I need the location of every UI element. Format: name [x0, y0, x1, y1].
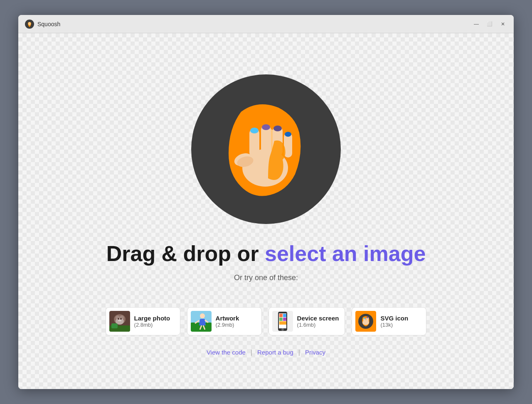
sample-device-size: (1.6mb) — [297, 322, 339, 328]
separator-1: | — [251, 349, 252, 356]
privacy-link[interactable]: Privacy — [305, 349, 325, 356]
sample-art-name: Artwork — [216, 315, 239, 322]
sample-svg-thumb — [355, 311, 376, 332]
sample-photo-size: (2.8mb) — [134, 322, 170, 328]
maximize-button[interactable] — [485, 20, 494, 28]
cta-section: Drag & drop or select an image Or try on… — [106, 241, 426, 293]
cta-static-text: Drag & drop or — [106, 241, 265, 266]
report-bug-link[interactable]: Report a bug — [257, 349, 293, 356]
squoosh-hero-svg — [204, 87, 328, 212]
app-window: Squoosh — [18, 15, 514, 389]
svg-point-9 — [262, 124, 270, 130]
sample-art-thumb — [191, 311, 212, 332]
sample-photo-name: Large photo — [134, 315, 170, 322]
sample-images-row: Large photo (2.8mb) — [106, 307, 427, 335]
sample-svg-info: SVG icon (13k) — [380, 315, 408, 328]
sample-svg-size: (13k) — [380, 322, 408, 328]
app-title: Squoosh — [37, 21, 60, 27]
sample-art-info: Artwork (2.9mb) — [216, 315, 239, 328]
main-content[interactable]: Drag & drop or select an image Or try on… — [18, 33, 514, 389]
select-image-link[interactable]: select an image — [265, 241, 426, 266]
svg-rect-39 — [279, 321, 286, 325]
cta-subtext: Or try one of these: — [106, 273, 426, 282]
app-logo: Squoosh — [25, 20, 60, 29]
titlebar: Squoosh — [18, 15, 514, 33]
minimize-button[interactable] — [472, 20, 480, 28]
svg-rect-35 — [279, 314, 283, 317]
app-logo-icon — [25, 20, 34, 29]
close-button[interactable] — [499, 20, 507, 28]
svg-rect-24 — [111, 323, 118, 328]
sample-large-photo[interactable]: Large photo (2.8mb) — [106, 307, 180, 335]
svg-point-1 — [28, 22, 31, 25]
svg-rect-38 — [283, 318, 286, 321]
svg-point-21 — [120, 318, 122, 320]
sample-artwork[interactable]: Artwork (2.9mb) — [187, 307, 262, 335]
sample-device-screen[interactable]: Device screen (1.6mb) — [268, 307, 345, 335]
sample-device-info: Device screen (1.6mb) — [297, 315, 339, 328]
svg-point-40 — [281, 328, 284, 331]
cta-heading: Drag & drop or select an image — [106, 241, 426, 266]
svg-point-13 — [285, 132, 291, 137]
app-hero-logo — [191, 74, 341, 224]
view-code-link[interactable]: View the code — [207, 349, 246, 356]
svg-point-45 — [364, 318, 366, 319]
sample-device-name: Device screen — [297, 315, 339, 322]
sample-svg-name: SVG icon — [380, 315, 408, 322]
sample-svg-icon[interactable]: SVG icon (13k) — [352, 307, 426, 335]
sample-art-size: (2.9mb) — [216, 322, 239, 328]
svg-point-47 — [367, 317, 369, 318]
svg-point-11 — [273, 126, 282, 131]
sample-photo-info: Large photo (2.8mb) — [134, 315, 170, 328]
svg-rect-37 — [279, 318, 283, 321]
sample-device-thumb — [272, 311, 293, 332]
svg-point-27 — [200, 313, 205, 318]
svg-point-20 — [118, 318, 119, 320]
svg-rect-36 — [283, 314, 286, 317]
sample-photo-thumb — [109, 311, 130, 332]
footer-links: View the code | Report a bug | Privacy — [207, 349, 325, 356]
svg-point-7 — [250, 128, 259, 133]
svg-point-22 — [118, 320, 121, 321]
separator-2: | — [298, 349, 300, 356]
window-controls — [472, 20, 507, 28]
